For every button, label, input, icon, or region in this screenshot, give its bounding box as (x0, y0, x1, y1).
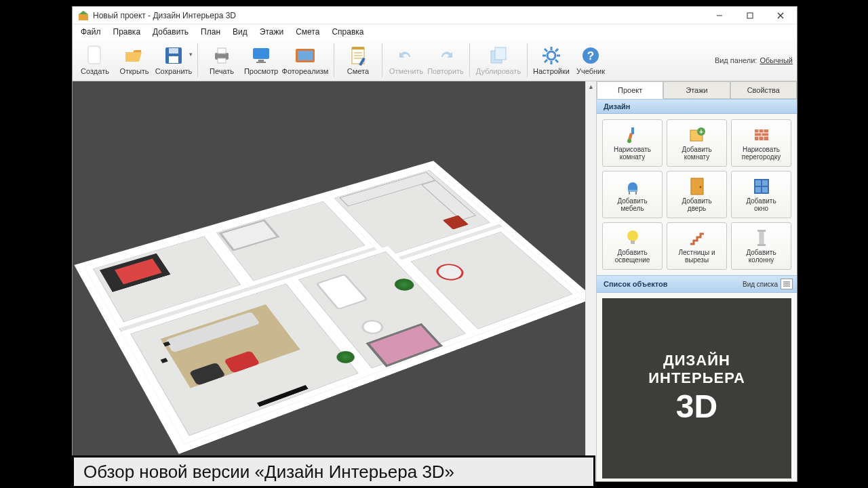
stairs-button[interactable]: Лестницы ивырезы (667, 222, 727, 270)
svg-rect-15 (258, 60, 264, 62)
svg-rect-60 (631, 241, 635, 244)
create-button[interactable]: Создать (75, 43, 115, 78)
gear-icon (540, 45, 562, 66)
photoreal-icon (294, 45, 316, 66)
caption-text: Обзор новой версии «Дизайн Интерьера 3D» (83, 462, 454, 483)
close-button[interactable] (765, 7, 795, 24)
brick-wall-icon (751, 125, 772, 144)
undo-button[interactable]: Отменить (387, 43, 426, 78)
estimate-button[interactable]: Смета (338, 43, 378, 78)
redo-icon (435, 45, 456, 66)
svg-line-35 (545, 60, 547, 62)
window-title: Новый проект - Дизайн Интерьера 3D (93, 11, 236, 20)
redo-button[interactable]: Повторить (426, 43, 465, 78)
lightbulb-icon (623, 228, 643, 247)
add-lighting-button[interactable]: Добавитьосвещение (602, 222, 663, 270)
add-furniture-button[interactable]: Добавитьмебель (602, 171, 663, 218)
svg-rect-61 (757, 230, 766, 232)
svg-point-55 (699, 186, 701, 188)
add-column-button[interactable]: Добавитьколонну (731, 222, 791, 270)
draw-room-button[interactable]: Нарисоватькомнату (602, 119, 663, 167)
menu-view[interactable]: Вид (227, 26, 253, 38)
menu-add[interactable]: Добавить (147, 26, 194, 38)
monitor-icon (250, 45, 272, 66)
undo-icon (395, 45, 417, 66)
svg-line-34 (555, 49, 558, 52)
svg-rect-14 (253, 48, 269, 59)
svg-rect-66 (757, 244, 766, 246)
floorplan-model (74, 161, 585, 454)
viewport-scrollbar[interactable]: ▲ ▼ (585, 81, 596, 481)
menu-estimate[interactable]: Смета (290, 26, 325, 38)
add-room-button[interactable]: + Добавитькомнату (667, 119, 727, 167)
menubar: Файл Правка Добавить План Вид Этажи Смет… (73, 24, 797, 39)
svg-point-59 (627, 230, 638, 241)
logo-promo: ДИЗАЙНИНТЕРЬЕРА 3D (602, 298, 791, 479)
save-button[interactable]: ▾ Сохранить (154, 43, 193, 78)
duplicate-icon (488, 45, 509, 66)
printer-icon (211, 45, 233, 66)
toolbar: Создать Открыть ▾ Сохранить Печать Просм… (73, 39, 797, 81)
settings-button[interactable]: Настройки (532, 43, 571, 78)
scroll-up-icon[interactable]: ▲ (586, 81, 596, 92)
new-file-icon (84, 45, 106, 66)
3d-viewport[interactable] (73, 81, 585, 481)
door-icon (687, 177, 707, 196)
minimize-button[interactable] (704, 7, 734, 24)
chevron-down-icon: ▾ (189, 51, 193, 58)
svg-text:?: ? (587, 49, 594, 62)
section-design-header: Дизайн (597, 99, 797, 114)
draw-wall-button[interactable]: Нарисоватьперегородку (731, 119, 791, 167)
open-button[interactable]: Открыть (115, 43, 154, 78)
svg-text:+: + (699, 128, 703, 136)
menu-help[interactable]: Справка (326, 26, 369, 38)
svg-rect-16 (256, 62, 266, 63)
save-icon (163, 45, 184, 66)
preview-button[interactable]: Просмотр (241, 43, 281, 78)
brush-icon (623, 125, 643, 144)
panel-mode-link[interactable]: Обычный (760, 56, 793, 64)
duplicate-button[interactable]: Дублировать (474, 43, 523, 78)
window-icon (751, 177, 772, 196)
add-window-button[interactable]: Добавитьокно (731, 171, 791, 218)
svg-point-39 (627, 139, 631, 143)
stairs-icon (687, 228, 707, 247)
add-door-button[interactable]: Добавитьдверь (667, 171, 727, 218)
tab-properties[interactable]: Свойства (730, 81, 797, 99)
svg-rect-10 (169, 56, 178, 63)
folder-open-icon (123, 45, 145, 66)
svg-rect-9 (169, 48, 178, 54)
menu-file[interactable]: Файл (75, 26, 106, 38)
svg-rect-51 (628, 190, 637, 192)
svg-rect-12 (218, 48, 226, 54)
svg-rect-6 (88, 46, 100, 64)
svg-rect-13 (218, 58, 226, 63)
design-tool-grid: Нарисоватькомнату + Добавитькомнату Нари… (597, 114, 797, 275)
tab-project[interactable]: Проект (597, 81, 663, 99)
help-icon: ? (580, 45, 601, 66)
tutorial-button[interactable]: ? Учебник (571, 43, 610, 78)
photoreal-button[interactable]: Фотореализм (281, 43, 330, 78)
titlebar: Новый проект - Дизайн Интерьера 3D (73, 7, 797, 24)
maximize-button[interactable] (734, 7, 765, 24)
menu-edit[interactable]: Правка (108, 26, 146, 38)
app-icon (78, 10, 89, 21)
list-view-toggle[interactable] (781, 279, 793, 289)
list-icon (783, 281, 791, 287)
menu-floors[interactable]: Этажи (254, 26, 289, 38)
notepad-icon (347, 45, 369, 66)
menu-plan[interactable]: План (195, 26, 226, 38)
svg-rect-3 (747, 13, 753, 18)
video-caption-bar: Обзор новой версии «Дизайн Интерьера 3D» (72, 455, 595, 488)
svg-marker-1 (79, 11, 88, 14)
svg-rect-52 (629, 192, 630, 195)
svg-rect-53 (635, 192, 637, 195)
svg-rect-26 (495, 47, 506, 60)
print-button[interactable]: Печать (202, 43, 241, 78)
section-objects-header: Список объектов Вид списка (597, 275, 797, 293)
svg-point-27 (547, 52, 555, 60)
panel-mode-selector: Вид панели: Обычный (715, 56, 793, 64)
svg-rect-54 (691, 178, 703, 195)
svg-rect-18 (298, 51, 313, 60)
tab-floors[interactable]: Этажи (663, 81, 730, 99)
